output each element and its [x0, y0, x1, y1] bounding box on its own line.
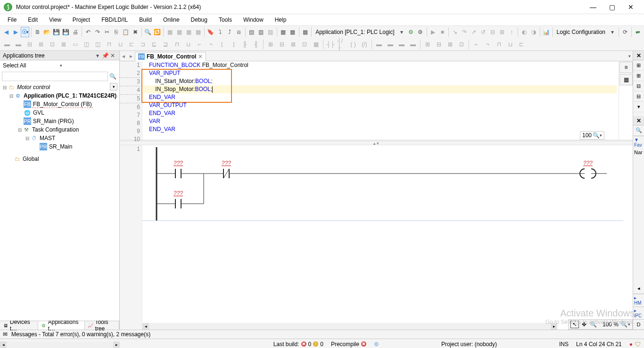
- ld-tool-13[interactable]: ⊐: [138, 39, 148, 50]
- tree-twisty[interactable]: ⊟: [25, 136, 30, 141]
- minimize-button[interactable]: ―: [584, 0, 603, 14]
- menu-project[interactable]: Project: [68, 16, 95, 24]
- ld-tool-30[interactable]: ▬: [374, 39, 384, 50]
- refresh-button[interactable]: ⟳: [621, 27, 629, 37]
- ld-tool-17[interactable]: ⊔: [183, 39, 193, 50]
- ld-tool-22[interactable]: ╟: [239, 39, 250, 50]
- menu-view[interactable]: View: [44, 16, 66, 24]
- bookmark-next[interactable]: ⤵: [216, 27, 224, 37]
- palette-item-2[interactable]: ⊞: [633, 71, 644, 81]
- run-button[interactable]: ▶: [429, 27, 437, 37]
- tree-project[interactable]: Motor control: [16, 84, 51, 91]
- ld-pan-icon[interactable]: ✥: [580, 321, 588, 328]
- menu-file[interactable]: File: [3, 16, 21, 24]
- step-y[interactable]: ⊟: [488, 27, 497, 37]
- ld-tool-42[interactable]: ⊏: [516, 39, 527, 50]
- step-z[interactable]: ⊞: [498, 27, 506, 37]
- declaration-editor[interactable]: FUNCTION_BLOCK FB_Motor_Control VAR_INPU…: [142, 61, 619, 140]
- tool-f[interactable]: ▦: [289, 27, 297, 37]
- ld-contact-no[interactable]: ┤├: [325, 39, 336, 50]
- step-into[interactable]: ↘: [451, 27, 459, 37]
- decl-zoom-value[interactable]: 100: [582, 132, 592, 140]
- ld-tool-34[interactable]: ⊞: [422, 39, 433, 50]
- ladder-editor[interactable]: ??? ??? ???: [142, 145, 633, 330]
- ld-tool-9[interactable]: ◫: [92, 39, 103, 50]
- step-out[interactable]: ↗: [470, 27, 478, 37]
- view-grid[interactable]: ▤: [248, 27, 256, 37]
- tab-tools-tree[interactable]: 📈Tools tree: [85, 321, 119, 330]
- tool-c[interactable]: ▦: [184, 27, 193, 37]
- cut-button[interactable]: ✂: [103, 27, 111, 37]
- ld-tool-14[interactable]: ⊑: [149, 39, 159, 50]
- link-ipc[interactable]: ▸ iPC: [633, 307, 644, 319]
- nav-forward-button[interactable]: ▶: [11, 27, 20, 37]
- tab-scroll-left[interactable]: ◂: [120, 53, 127, 59]
- decl-view-text-button[interactable]: ≡: [619, 62, 633, 73]
- menu-window[interactable]: Window: [239, 16, 268, 24]
- tool-e[interactable]: ▦: [279, 27, 288, 37]
- tab-close-icon[interactable]: ✕: [198, 53, 203, 60]
- ld-hscroll[interactable]: ◂▸: [142, 323, 557, 330]
- ld-zoom-fit-icon[interactable]: 🔍: [619, 321, 628, 328]
- tree-application[interactable]: Application (PLC_1: TM241CE24R): [23, 92, 117, 99]
- step-w[interactable]: ↕: [507, 27, 516, 37]
- tab-scroll-right[interactable]: ▸: [127, 53, 135, 59]
- ld-tool-25[interactable]: ⊟: [277, 39, 287, 50]
- panel-filter-select[interactable]: Select All ▾: [0, 60, 119, 71]
- ld-tool-6[interactable]: ⊠: [58, 39, 69, 50]
- view-x[interactable]: ▨: [266, 27, 275, 37]
- step-over[interactable]: ↷: [460, 27, 469, 37]
- ld-tool-28[interactable]: ▦: [311, 39, 321, 50]
- tree-mast-srmain[interactable]: SR_Main: [48, 143, 73, 150]
- undo-button[interactable]: ↶: [84, 27, 92, 37]
- menu-fbd-ld-il[interactable]: FBD/LD/IL: [97, 16, 132, 24]
- panel-close-icon[interactable]: ✕: [109, 52, 116, 59]
- palette-item-1[interactable]: ⊞: [633, 60, 644, 71]
- step-x[interactable]: ↺: [479, 27, 487, 37]
- ld-tool-4[interactable]: ⊞: [36, 39, 46, 50]
- logout-button[interactable]: ⚙: [416, 27, 425, 37]
- tab-list-dropdown[interactable]: ▾: [626, 54, 633, 58]
- menu-help[interactable]: Help: [270, 16, 291, 24]
- ld-tool-39[interactable]: ¬: [482, 39, 493, 50]
- ld-tool-35[interactable]: ⊟: [434, 39, 444, 50]
- panel-pin-icon[interactable]: 📌: [101, 52, 109, 59]
- ld-tool-37[interactable]: ⊡: [456, 39, 467, 50]
- print-button[interactable]: 🖨: [71, 27, 80, 37]
- palette-item-3[interactable]: ⊟: [633, 81, 644, 91]
- menu-online[interactable]: Online: [158, 16, 184, 24]
- paste-button[interactable]: 📋: [122, 27, 130, 37]
- trace-icon[interactable]: 📊: [542, 27, 551, 37]
- tree-dropdown-icon[interactable]: ▾: [110, 83, 117, 91]
- save-all-button[interactable]: 💾: [62, 27, 70, 37]
- tool-d[interactable]: ▦: [194, 27, 202, 37]
- tool-b[interactable]: ▦: [175, 27, 183, 37]
- maximize-button[interactable]: ▢: [603, 0, 621, 14]
- tree-sr-main[interactable]: SR_Main (PRG): [32, 118, 75, 124]
- ld-tool-8[interactable]: ◫: [81, 39, 91, 50]
- decl-view-table-button[interactable]: ▦: [619, 74, 633, 85]
- ld-tool-27[interactable]: ⊡: [299, 39, 310, 50]
- ld-contact-nc[interactable]: ┤/├: [337, 39, 347, 50]
- tree-global[interactable]: Global: [22, 156, 40, 162]
- messages-bar[interactable]: ✉ Messages - Total 7 error(s), 0 warning…: [0, 330, 644, 339]
- ld-tool-16[interactable]: ⊓: [172, 39, 182, 50]
- menu-tools[interactable]: Tools: [214, 16, 237, 24]
- tree-fb-motor-control[interactable]: FB_Motor_Control (FB): [32, 101, 93, 108]
- right-close-icon[interactable]: ✕: [633, 51, 644, 60]
- ld-tool-23[interactable]: ╢: [251, 39, 261, 50]
- tree-twisty[interactable]: ⊟: [2, 85, 8, 90]
- login-button[interactable]: ⚙: [407, 27, 415, 37]
- project-tree[interactable]: ▾ ⊟🗀Motor control ⊟⚙Application (PLC_1: …: [0, 82, 119, 321]
- menu-debug[interactable]: Debug: [186, 16, 212, 24]
- save-button[interactable]: 💾: [52, 27, 61, 37]
- d-tab[interactable]: D: [633, 319, 644, 330]
- debug-a[interactable]: ◐: [520, 27, 528, 37]
- editor-splitter[interactable]: ▴ ▾: [120, 141, 633, 145]
- ld-tool-3[interactable]: ⊟: [25, 39, 35, 50]
- ld-tool-24[interactable]: ⊞: [265, 39, 276, 50]
- bookmark-prev[interactable]: ⤴: [225, 27, 234, 37]
- search-icon[interactable]: 🔍: [633, 125, 644, 136]
- nav-back-button[interactable]: ◀: [2, 27, 10, 37]
- tree-task-config[interactable]: Task Configuration: [31, 126, 80, 133]
